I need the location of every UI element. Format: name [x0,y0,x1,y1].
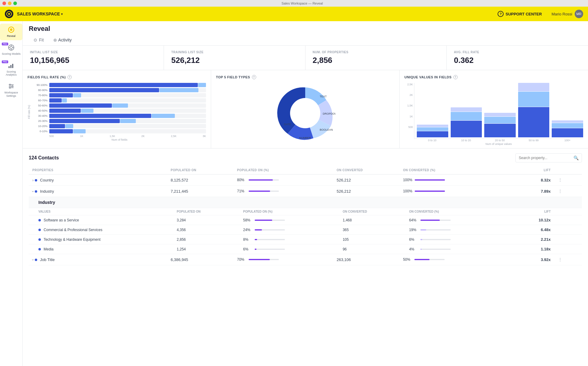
x-label-bottom: Num of fields [33,138,206,141]
os-minimize-dot[interactable] [8,2,11,5]
bar-seg-light [120,119,136,123]
subrow-commercial: Commercial & Professional Services 4,356… [29,225,582,235]
svg-point-17 [9,87,11,88]
job-title-conv-progress-fill [414,259,430,260]
industry-expand-btn[interactable]: › [31,191,35,192]
donut-chart-svg: TEXT DROPDOWN BOOLEAN NUMBER DATE [275,83,335,143]
sidebar: Reveal PRO Scoring Models PRO Scoring An… [0,21,23,366]
v-bar-10-20 [451,107,482,137]
commercial-pop-pct: 24% [234,225,333,235]
saas-conv-pct: 64% [399,215,499,225]
country-filter-icon[interactable]: ⋮ [558,178,562,182]
country-conv-progress-fill [415,179,445,181]
svg-text:NUMBER: NUMBER [299,136,311,139]
job-title-actions-cell: ⋮ [554,254,582,265]
sidebar-item-scoring-analytics[interactable]: PRO Scoring Analytics [0,59,22,79]
commercial-converted: 365 [333,225,399,235]
sidebar-item-scoring-models[interactable]: PRO Scoring Models [0,41,22,58]
search-box[interactable]: 🔍 [515,153,582,162]
os-maximize-dot[interactable] [13,2,17,5]
subrow-media: Media 1,254 6% 96 [29,244,582,254]
svg-rect-9 [8,66,10,68]
col-header-conv-pct: ON CONVERTED (%) [399,166,499,175]
bar-seg-light [198,83,206,87]
sub-col-pop-pct: POPULATED ON (%) [234,208,333,215]
bar-track [49,88,206,92]
country-conv-progress-track [415,179,445,181]
bar-track [49,103,206,108]
bar-label: 10-20% [33,125,47,128]
media-conv-fill [420,249,422,250]
unique-values-x-labels: 0 to 10 10 to 20 20 to 50 50 to 99 100+ [414,139,583,142]
sub-col-lift: LIFT [499,208,554,215]
saas-populated: 3,284 [167,215,233,225]
industry-pop-pct-cell: 71% [234,186,333,197]
country-dot-icon [35,179,37,181]
job-title-expand-btn[interactable]: › [31,259,35,260]
workspace-label[interactable]: SALES WORKSPACE ▾ [17,11,63,16]
subrow-technology: Technology & Hardware Equipment 2,856 8% [29,235,582,244]
country-expand-btn[interactable]: › [32,178,34,182]
fields-fill-rate-chart: FIELDS FILL RATE (%) ? Fill rate (%) 90-… [23,70,211,148]
scoring-analytics-icon [8,62,15,69]
industry-converted-cell: 526,212 [333,186,399,197]
workspace-caret-icon: ▾ [61,12,63,16]
job-title-filter-icon[interactable]: ⋮ [558,257,562,262]
col-header-converted: ON CONVERTED [333,166,399,175]
activity-tab-icon: ◎ [54,38,57,42]
commercial-pop-fill [255,229,262,230]
sub-col-converted: ON CONVERTED [333,208,399,215]
sidebar-item-reveal[interactable]: Reveal [0,24,22,40]
os-close-dot[interactable] [2,2,6,5]
tab-fit[interactable]: ⊙ Fit [29,35,49,45]
main-content: Reveal ⊙ Fit ◎ Activity INITIAL LIST SIZ… [23,21,588,366]
unique-values-help-icon[interactable]: ? [453,75,458,79]
technology-conv-fill [420,239,422,240]
unique-values-bars [414,83,583,139]
support-center-button[interactable]: ? SUPPORT CENTER [498,11,542,17]
saas-lift: 10.12x [499,215,554,225]
bar-seg-light [152,114,175,118]
industry-subrow-header: Industry [29,197,582,208]
bar-seg-light [73,129,86,133]
saas-pop-pct: 58% [234,215,333,225]
x-tick: 500 [49,135,54,138]
bar-seg-light [81,109,93,113]
bar-row: 60-70% [33,98,206,103]
page-title: Reveal [29,25,582,33]
media-pop-track [255,249,285,250]
industry-subrow-title: Industry [29,197,582,208]
bar-seg-dark [49,98,62,103]
bar-label: 70-80% [33,94,47,97]
unique-values-chart-inner: 2,5K2K1,5K1K500 [404,83,583,143]
bar-track [49,114,206,118]
bar-track [49,129,206,133]
search-input[interactable] [519,156,571,160]
industry-conv-pct-cell: 100% [399,186,499,197]
media-name: Media [29,244,167,254]
industry-filter-icon[interactable]: ⋮ [558,189,562,194]
technology-lift: 2.21x [499,235,554,244]
bar-seg-dark [49,103,112,108]
sidebar-item-workspace-settings[interactable]: Workspace Settings [0,80,22,100]
unique-values-x-label: Num of unique values [414,142,583,145]
tab-activity[interactable]: ◎ Activity [49,35,77,45]
bar-row: 70-80% [33,93,206,97]
svg-point-2 [10,28,12,31]
col-header-actions [554,166,582,175]
industry-conv-progress-fill [415,191,445,192]
bar-seg-dark [49,129,73,133]
media-pop-fill [255,249,256,250]
bar-seg-dark [49,109,81,113]
saas-dot-icon [38,219,41,221]
properties-table: PROPERTIES POPULATED ON POPULATED ON (%)… [29,166,582,265]
bar-track [49,83,206,87]
svg-point-15 [9,84,11,85]
top5-help-icon[interactable]: ? [252,75,256,79]
svg-rect-11 [12,64,13,68]
fields-fill-rate-help-icon[interactable]: ? [67,75,72,79]
technology-pop-fill [255,239,257,240]
stat-initial-list: INITIAL LIST SIZE 10,156,965 [23,46,164,70]
bar-label: 50-60% [33,104,47,107]
unique-values-chart: UNIQUE VALUES IN FIELDS ? 2,5K2K1,5K1K50… [400,70,588,148]
